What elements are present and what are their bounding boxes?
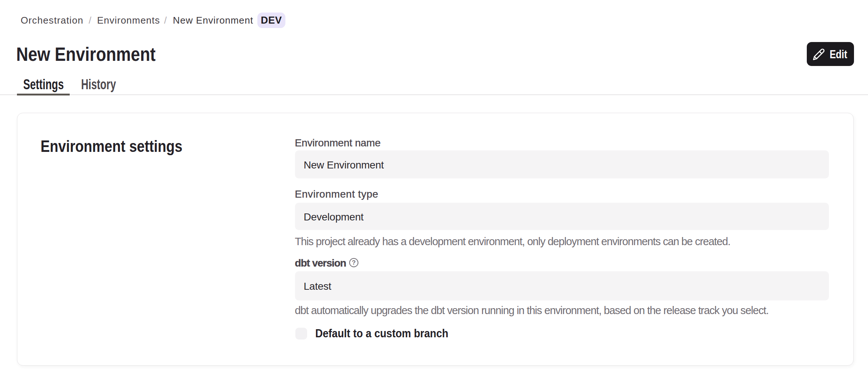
svg-text:?: ?: [352, 259, 355, 266]
